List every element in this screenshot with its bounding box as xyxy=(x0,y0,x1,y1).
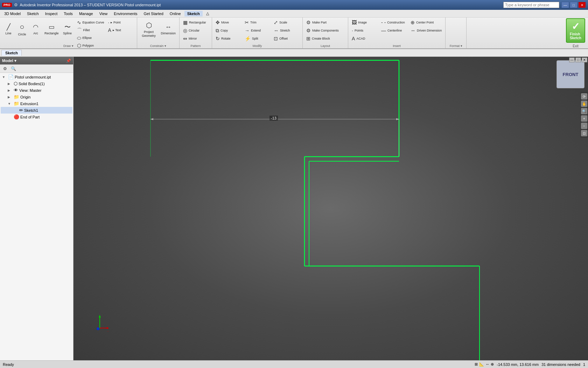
points-button[interactable]: · Points xyxy=(350,27,378,34)
menu-triangle[interactable]: △ xyxy=(203,11,212,16)
pistol-file-label: Pistol undermount.ipt xyxy=(15,75,51,79)
nav-pan-button[interactable]: ✋ xyxy=(581,101,587,107)
arc-button[interactable]: ◠ Arc xyxy=(29,19,42,40)
equation-curve-button[interactable]: ∿ Equation Curve xyxy=(76,19,106,26)
dimension-button[interactable]: ↔ Dimension xyxy=(160,19,177,40)
ribbon-spacer xyxy=(467,18,563,48)
construction-button[interactable]: - - Construction xyxy=(380,19,408,26)
center-point-label: Center Point xyxy=(416,21,434,25)
menu-environments[interactable]: Environments xyxy=(111,11,140,16)
copy-button[interactable]: ⧉ Copy xyxy=(214,27,242,34)
menu-online[interactable]: Online xyxy=(167,11,184,16)
menu-inspect[interactable]: Inspect xyxy=(42,11,60,16)
driven-dimension-button[interactable]: ↔ Driven Dimension xyxy=(409,27,443,34)
finish-sketch-button[interactable]: ✓ FinishSketch xyxy=(566,18,585,43)
status-dim-needed: 31 dimensions needed xyxy=(541,362,580,367)
pattern-buttons: ▦ Rectangular ◎ Circular ⇔ Mirror xyxy=(182,19,210,42)
search-input[interactable] xyxy=(503,2,559,8)
menu-manage[interactable]: Manage xyxy=(76,11,96,16)
nav-fit-button[interactable]: ⊡ xyxy=(581,130,587,136)
circle-button[interactable]: ○ Circle xyxy=(16,19,28,40)
menu-sketch[interactable]: Sketch xyxy=(24,11,42,16)
rectangle-button[interactable]: ▭ Rectangle xyxy=(43,19,60,40)
scale-button[interactable]: ⤢ Scale xyxy=(272,19,300,26)
minimize-button[interactable]: — xyxy=(561,2,569,8)
title-right: — □ ✕ xyxy=(503,2,586,8)
nav-zoomin-button[interactable]: + xyxy=(581,115,587,122)
finish-sketch-label: FinishSketch xyxy=(570,32,581,40)
tree-item-solid-bodies[interactable]: ▶ ⬡ Solid Bodies(1) xyxy=(1,80,72,87)
model-panel: Model ▾ 📌 ⚙ 🔍 ▼ 📄 Pistol undermount.ipt … xyxy=(0,57,74,360)
acad-icon: A xyxy=(352,36,355,42)
expand-solid-icon: ▶ xyxy=(8,82,13,86)
tree-item-pistol-file[interactable]: ▼ 📄 Pistol undermount.ipt xyxy=(1,74,72,80)
make-components-button[interactable]: ⚙ Make Components xyxy=(305,27,340,34)
panel-search-button[interactable]: 🔍 xyxy=(10,66,17,72)
text-button[interactable]: A ▸ Text xyxy=(107,27,135,34)
ellipse-label: Ellipse xyxy=(83,36,92,40)
acad-button[interactable]: A ACAD xyxy=(350,35,378,42)
menu-getstarted[interactable]: Get Started xyxy=(141,11,166,16)
status-icon2: 📐 xyxy=(479,362,484,367)
trim-button[interactable]: ✂ Trim xyxy=(243,19,271,26)
window-controls: — □ ✕ xyxy=(561,2,586,8)
construction-label: Construction xyxy=(387,21,405,25)
spline-button[interactable]: 〜 Spline xyxy=(61,19,74,40)
create-block-button[interactable]: ⊞ Create Block xyxy=(305,35,333,42)
filter-button[interactable]: ⚙ xyxy=(1,66,8,72)
tree-item-end-of-part[interactable]: 🔴 End of Part xyxy=(1,114,72,120)
tree-item-view-master[interactable]: ▶ 👁 View: Master xyxy=(1,87,72,94)
equation-curve-icon: ∿ xyxy=(77,20,81,26)
restore-button[interactable]: □ xyxy=(570,2,578,8)
fillet-button[interactable]: ⌒ Fillet xyxy=(76,27,106,34)
title-text: Autodesk Inventor Professional 2013 – ST… xyxy=(20,3,161,7)
line-button[interactable]: ╱ Line xyxy=(2,19,15,40)
exit-label[interactable]: Exit xyxy=(573,44,579,48)
stretch-icon: ↔ xyxy=(274,28,279,34)
circular-pattern-button[interactable]: ◎ Circular xyxy=(182,27,210,34)
mirror-button[interactable]: ⇔ Mirror xyxy=(182,35,210,42)
nav-bar: ⟳ ✋ 🔍 + − ⊡ xyxy=(580,92,588,138)
extend-button[interactable]: → Extend xyxy=(243,27,271,34)
tree-item-origin[interactable]: ▶ 📁 Origin xyxy=(1,94,72,100)
rectangular-button[interactable]: ▦ Rectangular xyxy=(182,19,210,26)
split-button[interactable]: ⚡ Split xyxy=(243,35,271,42)
make-part-button[interactable]: ⚙ Make Part xyxy=(305,19,333,26)
panel-pin-icon[interactable]: 📌 xyxy=(66,59,71,63)
ellipse-button[interactable]: ⬭ Ellipse xyxy=(76,34,106,41)
tree-item-sketch1[interactable]: ✏ Sketch1 xyxy=(1,107,72,114)
tab-sketch[interactable]: Sketch xyxy=(1,50,22,56)
circular-pattern-icon: ◎ xyxy=(183,28,187,34)
nav-orbit-button[interactable]: ⟳ xyxy=(581,93,587,100)
rotate-button[interactable]: ↻ Rotate xyxy=(214,35,242,42)
solid-bodies-label: Solid Bodies(1) xyxy=(19,82,45,86)
stretch-button[interactable]: ↔ Stretch xyxy=(272,27,300,34)
offset-button[interactable]: ⊡ Offset xyxy=(272,35,300,42)
menu-tools[interactable]: Tools xyxy=(61,11,76,16)
ellipse-icon: ⬭ xyxy=(77,35,81,41)
close-button[interactable]: ✕ xyxy=(578,2,586,8)
split-icon: ⚡ xyxy=(245,36,251,42)
scale-label: Scale xyxy=(279,21,287,25)
menu-sketch-active[interactable]: Sketch xyxy=(184,11,203,16)
nav-zoomout-button[interactable]: − xyxy=(581,123,587,129)
draw-buttons: ╱ Line ○ Circle ◠ Arc ▭ Rectangle 〜 Spli… xyxy=(2,19,135,43)
tree-item-extrusion1[interactable]: ▼ 📁 Extrusion1 xyxy=(1,100,72,107)
center-point-icon: ⊕ xyxy=(411,20,415,26)
menu-view[interactable]: View xyxy=(97,11,111,16)
image-button[interactable]: 🖼 Image xyxy=(350,19,378,26)
project-geometry-button[interactable]: ⬡ ProjectGeometry xyxy=(139,19,159,40)
point-icon: · xyxy=(108,20,110,26)
point-button[interactable]: · ▸ Point xyxy=(107,19,135,26)
extrusion1-label: Extrusion1 xyxy=(20,102,38,106)
fillet-icon: ⌒ xyxy=(77,27,82,33)
title-left: PRO ⚙ Autodesk Inventor Professional 201… xyxy=(2,2,161,7)
menu-3dmodel[interactable]: 3D Model xyxy=(1,11,23,16)
make-components-icon: ⚙ xyxy=(306,28,311,34)
status-icons: ⊞ 📐 ↔ ⊕ xyxy=(475,362,494,367)
move-button[interactable]: ✥ Move xyxy=(214,19,242,26)
centerline-button[interactable]: — Centerline xyxy=(380,27,408,34)
nav-zoom-button[interactable]: 🔍 xyxy=(581,108,587,114)
mirror-icon: ⇔ xyxy=(183,36,187,42)
center-point-button[interactable]: ⊕ Center Point xyxy=(409,19,437,26)
